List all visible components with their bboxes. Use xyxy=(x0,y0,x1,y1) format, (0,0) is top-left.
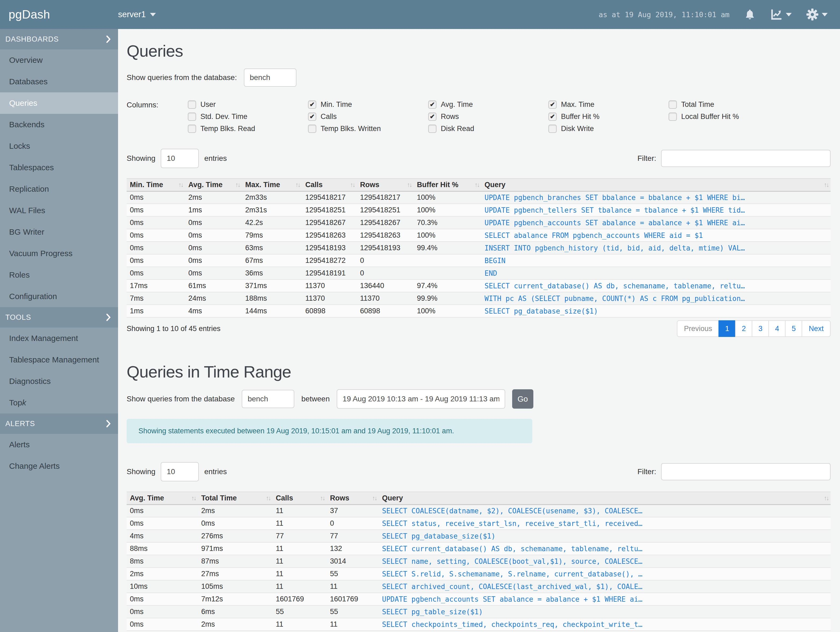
cell-calls: 11370 xyxy=(302,279,357,292)
date-range-input[interactable] xyxy=(337,389,505,409)
nav-item[interactable]: Tablespace Management xyxy=(0,349,118,371)
nav-item[interactable]: Databases xyxy=(0,71,118,92)
page-number-button[interactable]: 3 xyxy=(752,320,769,337)
charts-menu-button[interactable] xyxy=(770,8,792,21)
query-link[interactable]: SELECT checkpoints_timed, checkpoints_re… xyxy=(379,618,831,630)
query-link[interactable]: SELECT name, setting, COALESCE(boot_val,… xyxy=(379,555,831,567)
nav-item[interactable]: Alerts xyxy=(0,434,118,455)
nav-item[interactable]: Backends xyxy=(0,114,118,135)
nav-item[interactable]: BG Writer xyxy=(0,221,118,243)
query-link[interactable]: SELECT pg_table_size($1) xyxy=(379,605,831,618)
db-select-label-2: Show queries from the database xyxy=(126,394,235,403)
column-checkbox[interactable]: Calls xyxy=(308,111,428,123)
previous-page-button[interactable]: Previous xyxy=(677,320,719,337)
column-header[interactable]: Query xyxy=(481,179,831,191)
query-link[interactable]: BEGIN xyxy=(481,254,831,267)
nav-item[interactable]: Top k xyxy=(0,392,118,413)
column-header[interactable]: Total Time xyxy=(198,492,273,504)
query-link[interactable]: UPDATE pgbench_tellers SET tbalance = tb… xyxy=(481,204,831,216)
query-link[interactable]: SELECT archived_count, COALESCE(last_arc… xyxy=(379,580,831,593)
checkbox-icon xyxy=(188,112,196,121)
nav-section-alerts[interactable]: ALERTS xyxy=(0,413,118,434)
column-header[interactable]: Min. Time xyxy=(126,179,185,191)
column-checkbox[interactable]: Min. Time xyxy=(308,98,428,111)
query-link[interactable]: SELECT S.relid, S.schemaname, S.relname,… xyxy=(379,567,831,580)
nav-item[interactable]: Vacuum Progress xyxy=(0,243,118,264)
query-link[interactable]: UPDATE pgbench_accounts SET abalance = a… xyxy=(379,593,831,605)
query-link[interactable]: UPDATE pgbench_accounts SET abalance = a… xyxy=(481,216,831,229)
column-checkbox[interactable]: Total Time xyxy=(669,98,789,111)
nav-section-tools[interactable]: TOOLS xyxy=(0,307,118,328)
nav-item[interactable]: Queries xyxy=(0,92,118,114)
column-checkbox[interactable]: User xyxy=(188,98,308,111)
query-link[interactable]: WITH pc AS (SELECT pubname, COUNT(*) AS … xyxy=(481,292,831,305)
table-row: 0ms 0ms 42.2s 1295418267 1295418267 70.3… xyxy=(126,216,831,229)
page-number-button[interactable]: 4 xyxy=(768,320,786,337)
column-checkbox[interactable]: Max. Time xyxy=(548,98,669,111)
nav-item[interactable]: WAL Files xyxy=(0,200,118,221)
database-input[interactable] xyxy=(244,68,297,87)
nav-item[interactable]: Configuration xyxy=(0,286,118,307)
query-link[interactable]: SELECT status, receive_start_lsn, receiv… xyxy=(379,517,831,530)
cell-total-time: 7m12s xyxy=(198,593,273,605)
notifications-button[interactable] xyxy=(744,9,756,21)
query-link[interactable]: SELECT current_database() AS db, scheman… xyxy=(481,279,831,292)
nav-item[interactable]: Roles xyxy=(0,264,118,286)
cell-total-time: 6ms xyxy=(198,605,273,618)
page-number-button[interactable]: 2 xyxy=(735,320,752,337)
caret-down-icon xyxy=(822,13,828,16)
column-header[interactable]: Buffer Hit % xyxy=(414,179,481,191)
go-button[interactable]: Go xyxy=(512,389,533,409)
column-header[interactable]: Query xyxy=(379,492,831,504)
server-selector[interactable]: server1 xyxy=(118,10,156,19)
nav-item[interactable]: Tablespaces xyxy=(0,157,118,178)
cell-calls: 1295418267 xyxy=(302,216,357,229)
query-link[interactable]: END xyxy=(481,267,831,279)
column-header[interactable]: Calls xyxy=(273,492,327,504)
page-number-button[interactable]: 5 xyxy=(785,320,802,337)
nav-item[interactable]: Diagnostics xyxy=(0,371,118,392)
column-checkbox[interactable]: Temp Blks. Read xyxy=(188,123,308,135)
query-link[interactable]: INSERT INTO pgbench_history (tid, bid, a… xyxy=(481,242,831,254)
entries-count-input[interactable] xyxy=(161,149,199,168)
nav-item[interactable]: Replication xyxy=(0,178,118,200)
cell-avg-time: 10ms xyxy=(126,580,198,593)
page-number-button[interactable]: 1 xyxy=(718,320,736,337)
query-link[interactable]: SELECT current_database() AS db, scheman… xyxy=(379,542,831,555)
nav-item[interactable]: Overview xyxy=(0,49,118,71)
column-checkbox[interactable]: Temp Blks. Written xyxy=(308,123,428,135)
nav-item[interactable]: Change Alerts xyxy=(0,455,118,477)
column-header[interactable]: Rows xyxy=(327,492,379,504)
column-header[interactable]: Rows xyxy=(357,179,414,191)
column-checkbox[interactable]: Avg. Time xyxy=(428,98,548,111)
column-header[interactable]: Avg. Time xyxy=(185,179,242,191)
filter-input[interactable] xyxy=(661,150,831,167)
column-checkbox[interactable]: Local Buffer Hit % xyxy=(669,111,789,123)
checkbox-label: Avg. Time xyxy=(441,100,473,109)
column-checkbox[interactable]: Buffer Hit % xyxy=(548,111,669,123)
checkbox-icon xyxy=(669,100,677,109)
column-header[interactable]: Max. Time xyxy=(242,179,302,191)
settings-menu-button[interactable] xyxy=(806,8,828,21)
next-page-button[interactable]: Next xyxy=(802,320,831,337)
column-checkbox[interactable]: Disk Write xyxy=(548,123,669,135)
column-header[interactable]: Calls xyxy=(302,179,357,191)
column-header[interactable]: Avg. Time xyxy=(126,492,198,504)
cell-min-time: 0ms xyxy=(126,229,185,242)
table-row: 0ms 2ms 11 37 SELECT COALESCE(datname, $… xyxy=(126,504,831,517)
entries-count-input-2[interactable] xyxy=(161,462,199,482)
cell-avg-time: 61ms xyxy=(185,279,242,292)
nav-item[interactable]: Index Management xyxy=(0,328,118,349)
nav-item[interactable]: Locks xyxy=(0,135,118,157)
query-link[interactable]: SELECT COALESCE(datname, $2), COALESCE(u… xyxy=(379,504,831,517)
query-link[interactable]: SELECT pg_database_size($1) xyxy=(379,530,831,542)
column-checkbox[interactable]: Disk Read xyxy=(428,123,548,135)
filter-input-2[interactable] xyxy=(661,463,831,480)
column-checkbox[interactable]: Rows xyxy=(428,111,548,123)
query-link[interactable]: UPDATE pgbench_branches SET bbalance = b… xyxy=(481,191,831,204)
nav-section-dashboards[interactable]: DASHBOARDS xyxy=(0,29,118,49)
query-link[interactable]: SELECT pg_database_size($1) xyxy=(481,305,831,317)
query-link[interactable]: SELECT abalance FROM pgbench_accounts WH… xyxy=(481,229,831,242)
database-input-2[interactable] xyxy=(242,390,294,408)
column-checkbox[interactable]: Std. Dev. Time xyxy=(188,111,308,123)
